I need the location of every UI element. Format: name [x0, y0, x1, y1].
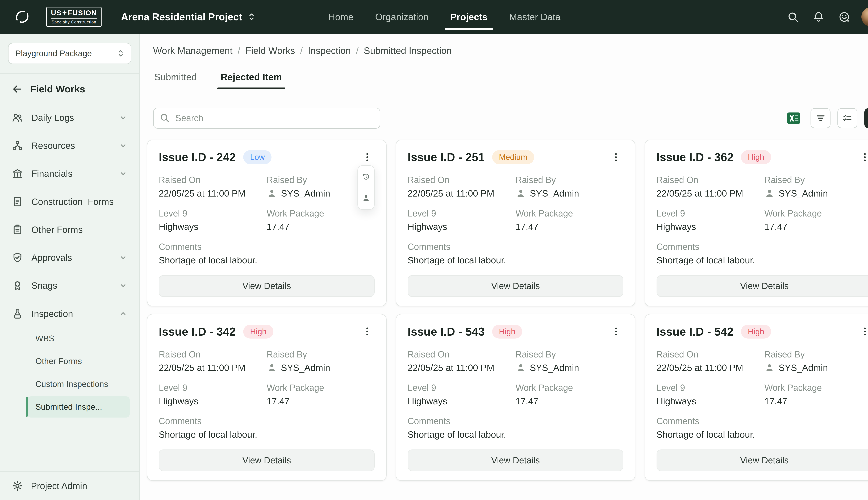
comments-value: Shortage of local labour.	[408, 255, 624, 265]
sidebar-subitem-wbs[interactable]: WBS	[27, 328, 130, 349]
view-details-button[interactable]: View Details	[408, 275, 624, 297]
level-label: Level 9	[408, 208, 516, 218]
issue-card: Issue I.D - 342 High Raised On22/05/25 a…	[147, 314, 387, 481]
sidebar-item-snags[interactable]: Snags	[6, 273, 134, 298]
priority-badge: High	[741, 325, 771, 339]
issue-card: Issue I.D - 543 High Raised On22/05/25 a…	[396, 314, 635, 481]
sidebar-item-daily-logs[interactable]: Daily Logs	[6, 105, 134, 130]
project-admin-label: Project Admin	[31, 480, 87, 491]
excel-export-icon[interactable]	[784, 108, 804, 128]
raised-by-label: Raised By	[764, 349, 868, 360]
daily-logs-icon	[11, 112, 23, 124]
tab-rejected-item[interactable]: Rejected Item	[219, 71, 283, 89]
card-menu-button[interactable]	[360, 324, 375, 339]
breadcrumb-work-management[interactable]: Work Management	[153, 45, 233, 56]
issue-card: Issue I.D - 362 High Raised On22/05/25 a…	[644, 139, 868, 307]
work-package-label: Work Package	[267, 383, 375, 393]
app-window: US✦FUSION Specialty Construction Arena R…	[0, 0, 868, 500]
card-menu-button[interactable]	[857, 324, 868, 339]
view-details-button[interactable]: View Details	[656, 275, 868, 297]
view-details-button[interactable]: View Details	[159, 450, 375, 471]
user-icon	[516, 363, 526, 373]
search-icon[interactable]	[784, 8, 801, 25]
work-package-label: Work Package	[764, 383, 868, 393]
comments-value: Shortage of local labour.	[656, 429, 868, 440]
comments-label: Comments	[408, 242, 624, 252]
card-menu-button[interactable]	[609, 324, 624, 339]
assignee-icon[interactable]	[362, 194, 370, 202]
view-details-button[interactable]: View Details	[408, 450, 624, 471]
nav-item-home[interactable]: Home	[318, 0, 364, 34]
project-admin-link[interactable]: Project Admin	[0, 471, 139, 500]
nav-item-projects[interactable]: Projects	[439, 0, 498, 34]
user-icon	[764, 188, 775, 198]
issue-id: Issue I.D - 242	[159, 150, 236, 164]
work-package-value: 17.47	[516, 396, 624, 407]
issue-id: Issue I.D - 342	[159, 325, 236, 338]
comments-label: Comments	[656, 242, 868, 252]
sidebar-item-other-forms[interactable]: Other Forms	[6, 217, 134, 242]
comments-value: Shortage of local labour.	[408, 429, 624, 440]
level-label: Level 9	[159, 208, 267, 218]
comments-value: Shortage of local labour.	[159, 429, 375, 440]
comments-label: Comments	[408, 416, 624, 426]
issue-card: Issue I.D - 251 Medium Raised On22/05/25…	[396, 139, 635, 307]
back-to-field-works[interactable]: Field Works	[0, 73, 139, 101]
work-package-value: 17.47	[764, 396, 868, 407]
breadcrumb-field-works[interactable]: Field Works	[245, 45, 295, 56]
view-details-button[interactable]: View Details	[656, 450, 868, 471]
comments-label: Comments	[656, 416, 868, 426]
sidebar-subitem-submitted-inspections[interactable]: Submitted Inspe...	[27, 396, 130, 418]
sidebar: Playground Package Field Works Daily Log…	[0, 34, 140, 500]
raised-on-value: 22/05/25 at 11:00 PM	[656, 362, 765, 373]
user-icon	[267, 188, 277, 198]
sidebar-item-approvals[interactable]: Approvals	[6, 245, 134, 270]
package-selector[interactable]: Playground Package	[8, 43, 132, 64]
issue-id: Issue I.D - 362	[656, 150, 734, 164]
raised-on-value: 22/05/25 at 11:00 PM	[656, 188, 765, 198]
kebab-icon	[610, 152, 621, 163]
nav-item-organization[interactable]: Organization	[364, 0, 439, 34]
card-menu-button[interactable]	[857, 150, 868, 165]
chevron-down-icon	[118, 169, 128, 179]
priority-badge: Low	[243, 150, 272, 164]
priority-badge: High	[741, 150, 771, 164]
view-details-button[interactable]: View Details	[159, 275, 375, 297]
search-input[interactable]	[153, 107, 380, 129]
sidebar-subitem-other-forms[interactable]: Other Forms	[27, 351, 130, 372]
level-value: Highways	[408, 396, 516, 407]
tab-submitted[interactable]: Submitted	[153, 71, 198, 89]
raised-on-label: Raised On	[159, 349, 267, 360]
arrow-left-icon	[11, 83, 23, 95]
filter-icon[interactable]	[811, 108, 831, 128]
raised-on-label: Raised On	[656, 349, 765, 360]
notifications-bell-icon[interactable]	[810, 8, 827, 25]
gear-icon	[11, 480, 23, 492]
list-view-icon[interactable]	[837, 108, 857, 128]
nav-item-master-data[interactable]: Master Data	[499, 0, 571, 34]
user-avatar[interactable]	[861, 7, 868, 26]
work-package-value: 17.47	[764, 221, 868, 232]
sidebar-item-inspection[interactable]: Inspection	[6, 301, 134, 326]
level-value: Highways	[656, 221, 765, 232]
project-selector[interactable]: Arena Residential Project	[121, 11, 256, 23]
section-title: Field Works	[30, 83, 85, 95]
card-menu-button[interactable]	[609, 150, 624, 165]
issue-cards-grid: Issue I.D - 242 Low Raised On22/05/25 at…	[147, 139, 868, 489]
sidebar-item-construction-forms[interactable]: Construction Forms	[6, 189, 134, 214]
breadcrumb-inspection[interactable]: Inspection	[308, 45, 351, 56]
unfold-icon	[247, 12, 256, 22]
resources-icon	[11, 139, 23, 151]
card-menu-button[interactable]	[360, 150, 375, 165]
main-content: Work Management / Field Works / Inspecti…	[140, 34, 868, 500]
sidebar-item-resources[interactable]: Resources	[6, 133, 134, 158]
help-chat-icon[interactable]	[836, 8, 853, 25]
history-icon[interactable]	[362, 173, 370, 181]
sidebar-subitem-custom-inspections[interactable]: Custom Inspections	[27, 373, 130, 395]
work-package-label: Work Package	[516, 208, 624, 218]
raised-on-value: 22/05/25 at 11:00 PM	[159, 188, 267, 198]
grid-view-icon[interactable]	[864, 108, 868, 128]
level-value: Highways	[159, 396, 267, 407]
construction-forms-icon	[11, 196, 23, 208]
sidebar-item-financials[interactable]: Financials	[6, 161, 134, 186]
